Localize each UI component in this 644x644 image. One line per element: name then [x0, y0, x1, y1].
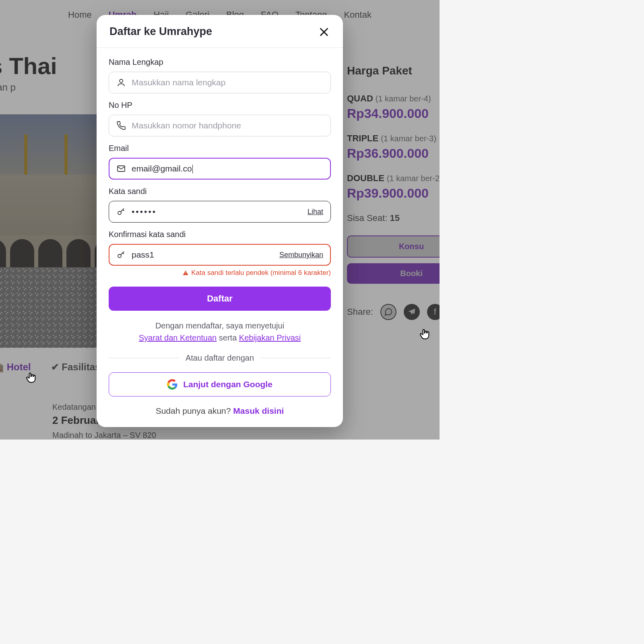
submit-button[interactable]: Daftar [109, 287, 331, 311]
password-input[interactable]: •••••• [132, 207, 302, 217]
user-icon [116, 78, 126, 87]
google-icon [167, 379, 178, 390]
phone-icon [116, 121, 126, 130]
key-icon [116, 207, 126, 217]
consent-text: Dengan mendaftar, saya menyetujui Syarat… [109, 320, 331, 344]
password-label: Kata sandi [109, 187, 331, 196]
phone-input-wrap[interactable] [109, 115, 331, 136]
warning-icon [182, 270, 189, 276]
name-input[interactable] [132, 78, 323, 87]
email-input-wrap[interactable]: email@gmail.co [109, 158, 331, 180]
key-icon [116, 250, 126, 260]
login-link[interactable]: Masuk disini [233, 406, 284, 415]
phone-input[interactable] [132, 121, 323, 130]
svg-point-0 [120, 79, 123, 83]
privacy-link[interactable]: Kebijakan Privasi [239, 333, 301, 342]
google-signup-button[interactable]: Lanjut dengan Google [109, 372, 331, 396]
divider-text: Atau daftar dengan [109, 353, 331, 363]
confirm-input[interactable]: pass1 [132, 250, 274, 260]
confirm-label: Konfirmasi kata sandi [109, 230, 331, 239]
name-label: Nama Lengkap [109, 58, 331, 67]
name-input-wrap[interactable] [109, 72, 331, 93]
mail-icon [116, 164, 126, 173]
close-icon[interactable] [318, 26, 330, 38]
login-prompt: Sudah punya akun? Masuk disini [109, 406, 331, 416]
modal-title: Daftar ke Umrahype [109, 25, 212, 38]
email-input[interactable]: email@gmail.co [132, 164, 193, 173]
phone-label: No HP [109, 101, 331, 110]
confirm-input-wrap[interactable]: pass1 Sembunyikan [109, 244, 331, 266]
email-label: Email [109, 144, 331, 153]
password-input-wrap[interactable]: •••••• Lihat [109, 201, 331, 223]
terms-link[interactable]: Syarat dan Ketentuan [139, 333, 217, 342]
confirm-hide-toggle[interactable]: Sembunyikan [279, 251, 323, 259]
confirm-error: Kata sandi terlalu pendek (minimal 6 kar… [109, 269, 331, 277]
signup-modal: Daftar ke Umrahype Nama Lengkap No HP Em… [97, 15, 343, 427]
password-show-toggle[interactable]: Lihat [308, 208, 323, 216]
